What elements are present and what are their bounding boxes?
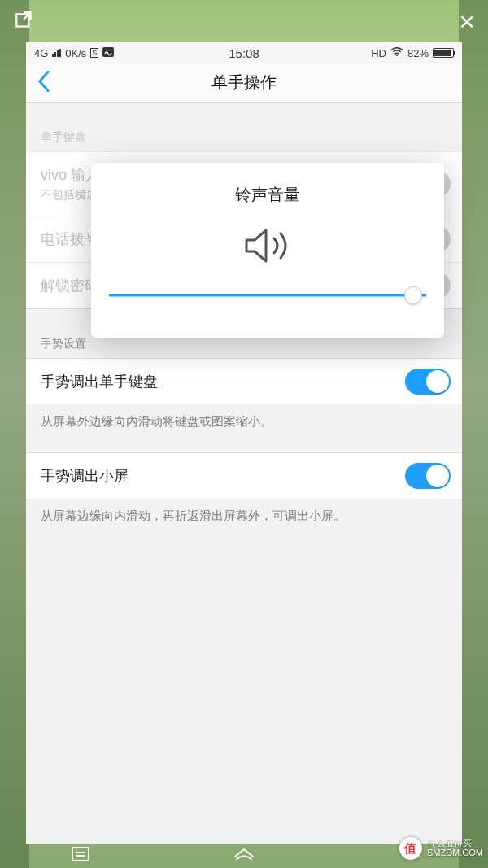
row-gesture-miniscreen[interactable]: 手势调出小屏 xyxy=(26,452,462,499)
row-description: 从屏幕边缘向内滑动，再折返滑出屏幕外，可调出小屏。 xyxy=(26,499,462,547)
modal-title: 铃声音量 xyxy=(109,184,426,206)
row-gesture-keyboard[interactable]: 手势调出单手键盘 xyxy=(26,358,462,404)
svg-point-2 xyxy=(396,54,398,55)
network-type: 4G xyxy=(34,47,48,59)
watermark-badge-icon: 值 xyxy=(399,837,422,860)
hd-indicator: HD xyxy=(371,47,386,59)
toggle-gesture-miniscreen[interactable] xyxy=(405,463,451,489)
svg-rect-3 xyxy=(72,848,89,861)
section-header-keyboard: 单手键盘 xyxy=(26,103,462,151)
battery-fill xyxy=(434,50,451,56)
toggle-gesture-keyboard[interactable] xyxy=(405,369,451,395)
watermark: 值 什么值得买 SMZDM.COM xyxy=(399,837,483,860)
wifi-icon xyxy=(390,47,403,59)
svg-rect-1 xyxy=(102,47,114,57)
sim-indicator-icon: S xyxy=(90,48,98,58)
row-label: 手势调出小屏 xyxy=(41,466,447,486)
slider-thumb[interactable] xyxy=(404,286,422,304)
battery-percent: 82% xyxy=(407,47,429,59)
status-bar: 4G 0K/s S 15:08 HD 82% xyxy=(26,42,462,63)
close-icon[interactable]: × xyxy=(459,7,475,35)
expand-icon[interactable] xyxy=(13,11,34,32)
nav-header: 单手操作 xyxy=(26,63,462,103)
speaker-icon xyxy=(109,225,426,269)
home-icon[interactable] xyxy=(233,846,255,866)
row-label: 手势调出单手键盘 xyxy=(41,372,447,391)
page-title: 单手操作 xyxy=(211,72,277,94)
volume-modal: 铃声音量 xyxy=(91,163,444,338)
clock: 15:08 xyxy=(229,46,259,60)
signal-icon xyxy=(52,49,61,57)
watermark-line2: SMZDM.COM xyxy=(427,848,483,858)
net-speed: 0K/s xyxy=(65,47,86,59)
app-indicator-icon xyxy=(102,47,114,59)
image-viewer-topbar: × xyxy=(0,0,488,42)
menu-icon[interactable] xyxy=(71,846,90,866)
row-description: 从屏幕外边缘向内滑动将键盘或图案缩小。 xyxy=(26,404,462,452)
battery-icon xyxy=(433,48,454,58)
volume-slider[interactable] xyxy=(109,286,426,305)
slider-track xyxy=(109,294,426,297)
back-button[interactable] xyxy=(37,71,50,95)
